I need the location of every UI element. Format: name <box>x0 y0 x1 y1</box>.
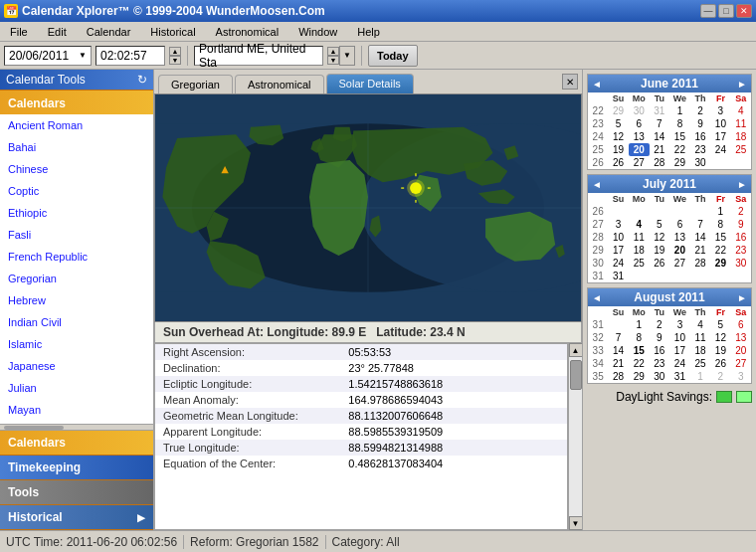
sidebar-item-julian[interactable]: Julian <box>0 377 153 399</box>
loc-down-arrow[interactable]: ▼ <box>327 56 339 65</box>
calendar-day[interactable]: 19 <box>608 143 628 156</box>
calendar-day[interactable]: 21 <box>650 143 669 156</box>
calendar-day[interactable]: 12 <box>608 130 628 143</box>
tab-gregorian[interactable]: Gregorian <box>158 75 233 93</box>
calendar-day[interactable]: 29 <box>608 104 628 117</box>
sidebar-item-islamic[interactable]: Islamic <box>0 333 153 355</box>
calendar-day[interactable]: 2 <box>650 318 669 331</box>
calendar-day[interactable]: 1 <box>690 370 710 383</box>
calendar-day[interactable]: 22 <box>629 357 650 370</box>
calendar-day[interactable]: 22 <box>710 244 730 257</box>
calendar-day[interactable]: 25 <box>731 143 751 156</box>
calendar-day[interactable]: 24 <box>669 357 690 370</box>
scroll-track[interactable] <box>569 357 583 516</box>
date-input[interactable]: 20/06/2011 ▼ <box>4 46 92 66</box>
menu-edit[interactable]: Edit <box>42 24 73 40</box>
scroll-thumb[interactable] <box>570 360 582 390</box>
calendar-day[interactable]: 28 <box>650 156 669 169</box>
calendar-day[interactable]: 9 <box>690 117 710 130</box>
calendar-day[interactable]: 30 <box>650 370 669 383</box>
sidebar-item-hebrew[interactable]: Hebrew <box>0 289 153 311</box>
calendar-day[interactable]: 4 <box>690 318 710 331</box>
table-scrollbar[interactable]: ▲ ▼ <box>568 343 582 530</box>
minimize-button[interactable]: — <box>700 4 716 18</box>
calendar-day[interactable]: 23 <box>690 143 710 156</box>
calendar-day[interactable]: 26 <box>710 357 730 370</box>
calendar-day[interactable]: 2 <box>710 370 730 383</box>
location-spinner[interactable]: ▲ ▼ <box>327 47 339 65</box>
time-down-arrow[interactable]: ▼ <box>169 56 181 65</box>
time-spinner[interactable]: ▲ ▼ <box>169 47 181 65</box>
calendar-day[interactable]: 5 <box>650 218 669 231</box>
calendar-day[interactable]: 11 <box>690 331 710 344</box>
calendar-day[interactable]: 18 <box>629 244 650 257</box>
calendar-day[interactable]: 14 <box>650 130 669 143</box>
sidebar-item-french-republic[interactable]: French Republic <box>0 246 153 268</box>
tab-solar[interactable]: Solar Details <box>326 74 414 93</box>
calendar-day[interactable]: 24 <box>608 257 628 270</box>
june-prev-btn[interactable]: ◄ <box>592 79 602 90</box>
calendar-day[interactable]: 8 <box>669 117 690 130</box>
calendar-day[interactable]: 14 <box>608 344 628 357</box>
calendar-day[interactable]: 27 <box>731 357 751 370</box>
calendar-day[interactable]: 30 <box>690 156 710 169</box>
calendar-day[interactable]: 27 <box>669 257 690 270</box>
calendar-day[interactable]: 17 <box>669 344 690 357</box>
calendar-day[interactable]: 27 <box>629 156 650 169</box>
menu-window[interactable]: Window <box>292 24 343 40</box>
calendar-day[interactable]: 20 <box>669 244 690 257</box>
calendar-day[interactable]: 21 <box>690 244 710 257</box>
calendar-day[interactable]: 10 <box>710 117 730 130</box>
sidebar-item-indian-civil[interactable]: Indian Civil <box>0 311 153 333</box>
calendar-day[interactable]: 22 <box>669 143 690 156</box>
june-next-btn[interactable]: ► <box>737 79 747 90</box>
calendar-day[interactable]: 19 <box>650 244 669 257</box>
calendar-day[interactable]: 8 <box>710 218 730 231</box>
calendar-day[interactable]: 16 <box>690 130 710 143</box>
calendar-day[interactable]: 6 <box>731 318 751 331</box>
calendar-day[interactable]: 19 <box>710 344 730 357</box>
calendar-day[interactable]: 7 <box>650 117 669 130</box>
calendar-day[interactable]: 15 <box>710 231 730 244</box>
calendar-day[interactable]: 4 <box>731 104 751 117</box>
calendar-day[interactable]: 25 <box>690 357 710 370</box>
calendar-day[interactable]: 30 <box>731 257 751 270</box>
sidebar-item-mayan[interactable]: Mayan <box>0 399 153 421</box>
sidebar-item-chinese[interactable]: Chinese <box>0 158 153 180</box>
calendar-day[interactable]: 20 <box>731 344 751 357</box>
calendars-section-btn[interactable]: Calendars <box>0 431 153 456</box>
sidebar-item-japanese[interactable]: Japanese <box>0 355 153 377</box>
calendar-day[interactable]: 10 <box>608 231 628 244</box>
calendar-day[interactable]: 10 <box>669 331 690 344</box>
calendar-day[interactable]: 9 <box>650 331 669 344</box>
calendar-day[interactable]: 15 <box>629 344 650 357</box>
july-prev-btn[interactable]: ◄ <box>592 179 602 190</box>
calendar-day[interactable]: 18 <box>690 344 710 357</box>
sidebar-refresh-icon[interactable]: ↻ <box>137 73 147 87</box>
aug-prev-btn[interactable]: ◄ <box>592 292 602 303</box>
tab-astronomical[interactable]: Astronomical <box>235 75 324 93</box>
today-button[interactable]: Today <box>368 45 418 67</box>
calendar-day[interactable]: 26 <box>650 257 669 270</box>
calendar-day[interactable]: 3 <box>669 318 690 331</box>
menu-help[interactable]: Help <box>351 24 386 40</box>
calendar-day[interactable]: 7 <box>690 218 710 231</box>
historical-section-btn[interactable]: Historical ▶ <box>0 505 153 530</box>
scroll-up-btn[interactable]: ▲ <box>569 343 583 357</box>
calendar-day[interactable]: 3 <box>731 370 751 383</box>
calendar-day[interactable]: 17 <box>608 244 628 257</box>
sidebar-item-fasli[interactable]: Fasli <box>0 224 153 246</box>
menu-calendar[interactable]: Calendar <box>81 24 137 40</box>
location-input[interactable]: Portland ME, United Sta <box>194 46 323 66</box>
calendar-day[interactable]: 18 <box>731 130 751 143</box>
calendar-day[interactable]: 11 <box>731 117 751 130</box>
calendar-day[interactable]: 29 <box>669 156 690 169</box>
time-up-arrow[interactable]: ▲ <box>169 47 181 56</box>
calendar-day[interactable]: 11 <box>629 231 650 244</box>
calendar-day[interactable]: 6 <box>629 117 650 130</box>
calendar-day[interactable]: 15 <box>669 130 690 143</box>
scroll-down-btn[interactable]: ▼ <box>569 516 583 530</box>
calendar-day[interactable]: 25 <box>629 257 650 270</box>
calendar-day[interactable]: 29 <box>710 257 730 270</box>
sidebar-item-coptic[interactable]: Coptic <box>0 180 153 202</box>
